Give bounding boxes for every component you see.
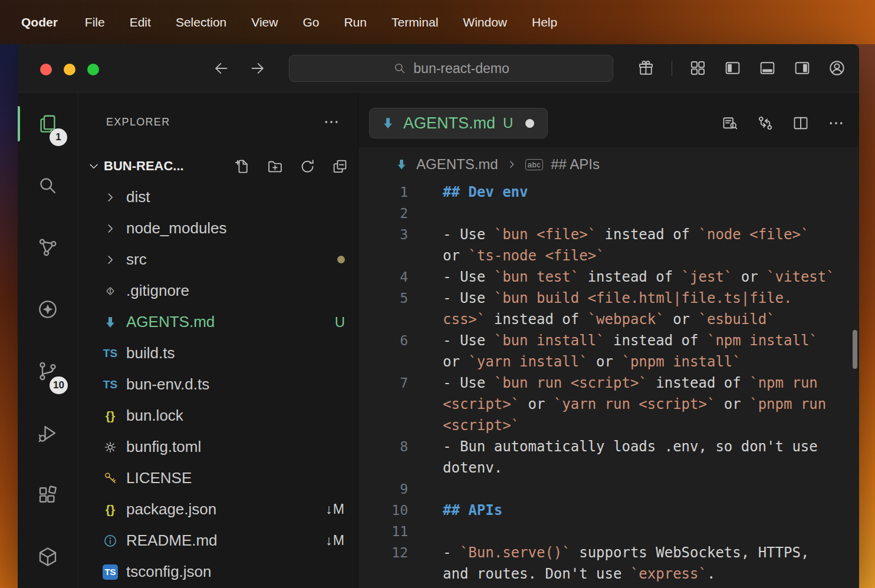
forward-button[interactable] bbox=[249, 60, 267, 77]
menu-item-edit[interactable]: Edit bbox=[117, 15, 163, 29]
tree-item-node-modules[interactable]: node_modules bbox=[78, 213, 358, 244]
menu-item-go[interactable]: Go bbox=[290, 15, 331, 29]
code-line[interactable]: 12- `Bun.serve()` supports WebSockets, H… bbox=[358, 542, 859, 563]
code-line[interactable]: 9 bbox=[358, 478, 859, 500]
code-line[interactable]: css>` instead of `webpack` or `esbuild` bbox=[358, 309, 859, 330]
file-icon-slot bbox=[102, 253, 119, 267]
activity-source-control[interactable]: 10 bbox=[18, 341, 78, 402]
code-line[interactable]: 8- Bun automatically loads .env, so don'… bbox=[358, 436, 859, 457]
tree-item-src[interactable]: src bbox=[78, 244, 358, 275]
layout-grid-icon bbox=[689, 59, 707, 77]
file-icon-slot bbox=[102, 533, 119, 549]
tree-item-license[interactable]: LICENSE bbox=[78, 463, 358, 494]
workspace-search-button[interactable]: bun-react-demo bbox=[289, 55, 613, 82]
account-button[interactable] bbox=[828, 59, 846, 77]
code-line[interactable]: or `ts-node <file>` bbox=[358, 245, 859, 266]
activity-search[interactable] bbox=[18, 154, 78, 216]
panel-right-button[interactable] bbox=[793, 59, 811, 77]
file-icon-slot: {} bbox=[102, 503, 119, 517]
activity-run-debug[interactable] bbox=[18, 402, 78, 464]
open-changes-button[interactable] bbox=[756, 114, 774, 132]
tree-item-readme-md[interactable]: README.md↓M bbox=[78, 525, 358, 556]
line-number bbox=[358, 457, 408, 478]
explorer-more-actions-button[interactable] bbox=[323, 113, 340, 131]
menu-item-help[interactable]: Help bbox=[519, 15, 570, 29]
tree-item-bunfig-toml[interactable]: bunfig.toml bbox=[78, 431, 358, 463]
line-text: <script>` or `yarn run <script>` or `pnp… bbox=[443, 394, 826, 415]
unsaved-dot-icon[interactable] bbox=[525, 119, 534, 128]
code-line[interactable]: <script>` or `yarn run <script>` or `pnp… bbox=[358, 394, 859, 415]
line-text: css>` instead of `webpack` or `esbuild` bbox=[443, 309, 775, 330]
menu-item-selection[interactable]: Selection bbox=[163, 15, 239, 29]
zoom-window-button[interactable] bbox=[87, 64, 99, 75]
minimize-window-button[interactable] bbox=[64, 64, 75, 75]
menu-item-file[interactable]: File bbox=[73, 15, 117, 29]
menu-item-window[interactable]: Window bbox=[450, 15, 519, 29]
split-editor-button[interactable] bbox=[792, 114, 810, 132]
tree-item-dist[interactable]: dist bbox=[78, 181, 358, 213]
tree-item-tsconfig-json[interactable]: TStsconfig.json bbox=[78, 556, 358, 587]
panel-bottom-button[interactable] bbox=[758, 59, 777, 77]
code-line[interactable]: 10## APIs bbox=[358, 500, 859, 521]
more-button[interactable] bbox=[827, 114, 845, 132]
qoder-window: bun-react-demo 110 EXPLORER BUN-REAC... … bbox=[18, 44, 859, 588]
code-line[interactable]: and routes. Don't use `express`. bbox=[358, 563, 859, 584]
explorer-header: EXPLORER bbox=[78, 109, 358, 135]
file-label: build.ts bbox=[126, 344, 175, 362]
code-line[interactable]: 2 bbox=[358, 203, 859, 224]
arrow-left-icon bbox=[212, 60, 230, 77]
tree-item-package-json[interactable]: {}package.json↓M bbox=[78, 494, 358, 525]
tab-label: AGENTS.md bbox=[403, 114, 495, 133]
code-line[interactable]: 1## Dev env bbox=[358, 181, 859, 203]
collapse-all-button[interactable] bbox=[331, 158, 348, 175]
tree-item-agents-md[interactable]: AGENTS.mdU bbox=[78, 306, 358, 338]
back-button[interactable] bbox=[212, 60, 230, 77]
open-preview-button[interactable] bbox=[721, 114, 739, 132]
panel-right-icon bbox=[793, 59, 811, 77]
gift-button[interactable] bbox=[637, 59, 655, 77]
code-editor[interactable]: 1## Dev env23- Use `bun <file>` instead … bbox=[358, 181, 859, 588]
code-line[interactable]: 7- Use `bun run <script>` instead of `np… bbox=[358, 372, 859, 394]
activity-explorer[interactable]: 1 bbox=[18, 93, 78, 154]
tree-item--gitignore[interactable]: .gitignore bbox=[78, 275, 358, 306]
code-line[interactable]: 11 bbox=[358, 521, 859, 542]
activity-extensions[interactable] bbox=[18, 464, 78, 526]
tree-item-build-ts[interactable]: TSbuild.ts bbox=[78, 338, 358, 369]
line-text: ## APIs bbox=[443, 500, 502, 521]
panel-left-button[interactable] bbox=[723, 59, 742, 77]
row-decorations: ↓M bbox=[325, 501, 358, 517]
menu-item-terminal[interactable]: Terminal bbox=[379, 15, 450, 29]
code-line[interactable]: dotenv. bbox=[358, 457, 859, 478]
menu-items: FileEditSelectionViewGoRunTerminalWindow… bbox=[73, 15, 570, 29]
tree-item-bun-env-d-ts[interactable]: TSbun-env.d.ts bbox=[78, 369, 358, 400]
code-line[interactable]: or `yarn install` or `pnpm install` bbox=[358, 351, 859, 372]
project-root-folder[interactable]: BUN-REAC... bbox=[78, 151, 358, 181]
scrollbar-thumb[interactable] bbox=[853, 330, 857, 369]
code-line[interactable]: 3- Use `bun <file>` instead of `node <fi… bbox=[358, 224, 859, 245]
activity-connections[interactable] bbox=[18, 216, 78, 278]
new-folder-icon bbox=[267, 158, 284, 175]
breadcrumb-file[interactable]: AGENTS.md bbox=[416, 156, 498, 173]
row-decorations: U bbox=[335, 314, 358, 331]
breadcrumb-symbol[interactable]: ## APIs bbox=[551, 156, 600, 173]
activity-discover[interactable] bbox=[18, 278, 78, 340]
menu-item-run[interactable]: Run bbox=[331, 15, 379, 29]
layout-grid-button[interactable] bbox=[689, 59, 707, 77]
app-menu[interactable]: Qoder bbox=[21, 15, 58, 29]
new-folder-button[interactable] bbox=[267, 158, 284, 175]
search-icon bbox=[393, 61, 407, 75]
activity-packages[interactable] bbox=[18, 526, 78, 588]
tree-item-bun-lock[interactable]: {}bun.lock bbox=[78, 400, 358, 431]
code-line[interactable]: 6- Use `bun install` instead of `npm ins… bbox=[358, 330, 859, 351]
code-line[interactable]: <script>` bbox=[358, 415, 859, 436]
account-icon bbox=[828, 59, 846, 77]
code-line[interactable]: 5- Use `bun build <file.html|file.ts|fil… bbox=[358, 288, 859, 309]
refresh-button[interactable] bbox=[299, 158, 316, 175]
close-window-button[interactable] bbox=[40, 64, 52, 75]
markdown-icon bbox=[103, 315, 118, 330]
tab-agents-md[interactable]: AGENTS.md U bbox=[369, 108, 548, 138]
code-line[interactable]: 4- Use `bun test` instead of `jest` or `… bbox=[358, 266, 859, 288]
new-file-button[interactable] bbox=[234, 158, 251, 175]
chevron-right-icon bbox=[103, 190, 117, 204]
menu-item-view[interactable]: View bbox=[239, 15, 290, 29]
